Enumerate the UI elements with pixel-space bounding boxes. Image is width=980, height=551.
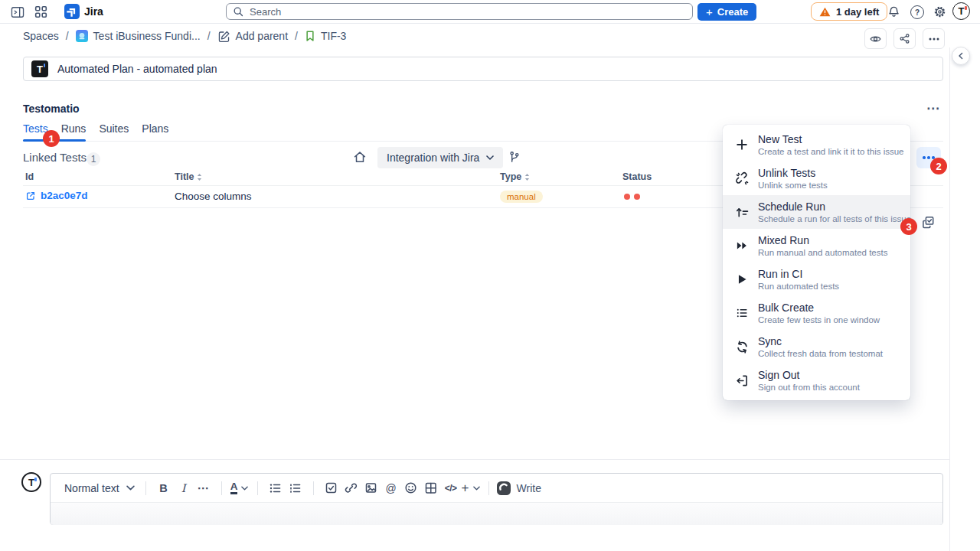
copy-check-icon[interactable] xyxy=(921,215,936,230)
write-button[interactable]: Write xyxy=(497,481,541,495)
test-title[interactable]: Choose columns xyxy=(175,191,252,202)
home-icon[interactable] xyxy=(353,150,367,164)
image-button[interactable] xyxy=(361,478,381,498)
create-button[interactable]: + Create xyxy=(697,3,756,21)
menu-item-new-test[interactable]: New Test Create a test and link it it to… xyxy=(723,128,910,161)
top-navigation: Jira + Create 1 day left ? T xyxy=(0,0,980,24)
mention-button[interactable]: @ xyxy=(381,478,401,498)
automated-plan-title: Automated Plan - automated plan xyxy=(57,63,217,75)
user-avatar[interactable]: T xyxy=(952,2,970,20)
menu-item-sync[interactable]: Sync Collect fresh data from testomat xyxy=(723,330,910,364)
menu-item-title: Schedule Run xyxy=(758,201,911,214)
create-label: Create xyxy=(717,6,748,18)
bulk-list-icon xyxy=(734,305,750,321)
breadcrumb-issue[interactable]: TIF-3 xyxy=(305,30,346,42)
play-icon xyxy=(734,272,750,287)
edit-pencil-icon xyxy=(217,30,230,43)
test-id-link[interactable]: b2ac0e7d xyxy=(25,190,88,201)
plan-filter-dropdown[interactable]: Integration with Jira xyxy=(377,147,503,168)
search-input[interactable] xyxy=(248,5,686,18)
write-label: Write xyxy=(517,482,541,494)
help-icon[interactable]: ? xyxy=(910,5,924,19)
sync-icon xyxy=(734,339,750,354)
trial-countdown-badge[interactable]: 1 day left xyxy=(811,2,887,21)
write-logo-icon xyxy=(497,481,511,495)
bookmark-icon xyxy=(305,30,315,42)
menu-item-subtitle: Run manual and automated tests xyxy=(758,247,887,258)
panel-more-icon[interactable]: ⋯ xyxy=(926,100,940,116)
test-type-badge: manual xyxy=(500,191,543,203)
text-color-button[interactable]: A xyxy=(230,478,250,498)
editor-content-area[interactable] xyxy=(51,503,942,525)
menu-item-run-in-ci[interactable]: Run in CI Run automated tests xyxy=(723,262,910,296)
bold-button[interactable]: B xyxy=(154,478,174,498)
plan-filter-value: Integration with Jira xyxy=(387,152,479,164)
menu-item-unlink-tests[interactable]: Unlink Tests Unlink some tests xyxy=(723,161,910,195)
toolbar-divider xyxy=(488,481,489,495)
breadcrumb-separator: / xyxy=(66,30,69,42)
text-format-more-button[interactable]: ⋯ xyxy=(194,478,214,498)
menu-item-bulk-create[interactable]: Bulk Create Create few tests in one wind… xyxy=(723,296,910,330)
app-switcher-icon[interactable] xyxy=(34,5,47,18)
search-icon xyxy=(233,6,243,17)
emoji-button[interactable] xyxy=(401,478,421,498)
status-dot xyxy=(624,194,630,200)
bullet-list-button[interactable] xyxy=(266,478,286,498)
text-style-dropdown[interactable]: Normal text xyxy=(61,478,138,498)
column-header-label: Type xyxy=(500,171,521,182)
automated-plan-card[interactable]: T Automated Plan - automated plan xyxy=(23,57,943,81)
toolbar-divider xyxy=(257,481,258,495)
tests-actions-menu: New Test Create a test and link it it to… xyxy=(723,125,910,400)
table-button[interactable] xyxy=(421,478,441,498)
notifications-bell-icon[interactable] xyxy=(887,5,900,18)
more-actions-button[interactable] xyxy=(923,28,945,49)
tab-suites[interactable]: Suites xyxy=(99,122,129,141)
menu-item-subtitle: Create a test and link it it to this iss… xyxy=(758,146,903,157)
menu-item-sign-out[interactable]: Sign Out Sign out from this account xyxy=(723,364,910,397)
chevron-down-icon xyxy=(126,485,135,491)
jira-testomatio-page: Jira + Create 1 day left ? T xyxy=(0,0,980,551)
settings-gear-icon[interactable] xyxy=(933,5,946,18)
insert-more-button[interactable]: + xyxy=(461,478,481,498)
task-checkbox-button[interactable] xyxy=(322,478,341,498)
sidebar-toggle-icon[interactable] xyxy=(11,5,24,18)
branch-icon[interactable] xyxy=(508,150,520,164)
tab-runs[interactable]: Runs xyxy=(61,122,87,141)
share-button[interactable] xyxy=(893,28,916,49)
menu-item-title: Mixed Run xyxy=(758,234,887,247)
breadcrumb-spaces[interactable]: Spaces xyxy=(23,30,59,42)
linked-tests-count-badge: 1 xyxy=(87,152,100,166)
menu-item-title: Sync xyxy=(758,335,883,348)
menu-item-title: Unlink Tests xyxy=(758,167,828,180)
jira-logo-icon[interactable] xyxy=(64,4,80,19)
avatar-accent xyxy=(965,6,967,10)
text-style-value: Normal text xyxy=(64,482,119,494)
column-header-status[interactable]: Status xyxy=(622,171,652,182)
sign-out-icon xyxy=(734,373,750,388)
right-panel-divider xyxy=(949,47,950,551)
column-header-title[interactable]: Title xyxy=(175,171,202,182)
collapse-panel-button[interactable] xyxy=(952,47,970,65)
menu-item-mixed-run[interactable]: Mixed Run Run manual and automated tests xyxy=(723,229,910,262)
chevron-down-icon xyxy=(241,486,248,491)
link-button[interactable] xyxy=(341,478,361,498)
avatar-letter: T xyxy=(28,477,34,488)
code-button[interactable]: </> xyxy=(441,478,461,498)
breadcrumb-space-label: Test iBusiness Fundi... xyxy=(93,30,201,42)
breadcrumb-space[interactable]: Test iBusiness Fundi... xyxy=(76,30,201,42)
menu-item-title: Bulk Create xyxy=(758,302,880,315)
linked-tests-title: Linked Tests xyxy=(23,151,87,164)
column-header-id[interactable]: Id xyxy=(25,171,34,182)
numbered-list-button[interactable] xyxy=(286,478,305,498)
watch-eye-button[interactable] xyxy=(864,28,887,49)
breadcrumb-separator: / xyxy=(295,30,298,42)
menu-item-subtitle: Unlink some tests xyxy=(758,180,828,191)
italic-button[interactable]: I xyxy=(174,478,194,498)
annotation-step-1: 1 xyxy=(43,130,60,147)
breadcrumb-add-parent[interactable]: Add parent xyxy=(217,30,289,43)
menu-item-schedule-run[interactable]: Schedule Run Schedule a run for all test… xyxy=(723,195,910,229)
testomatio-logo-letter: T xyxy=(37,64,43,75)
plus-icon xyxy=(734,137,750,152)
column-header-type[interactable]: Type xyxy=(500,171,530,182)
tab-plans[interactable]: Plans xyxy=(142,122,168,141)
